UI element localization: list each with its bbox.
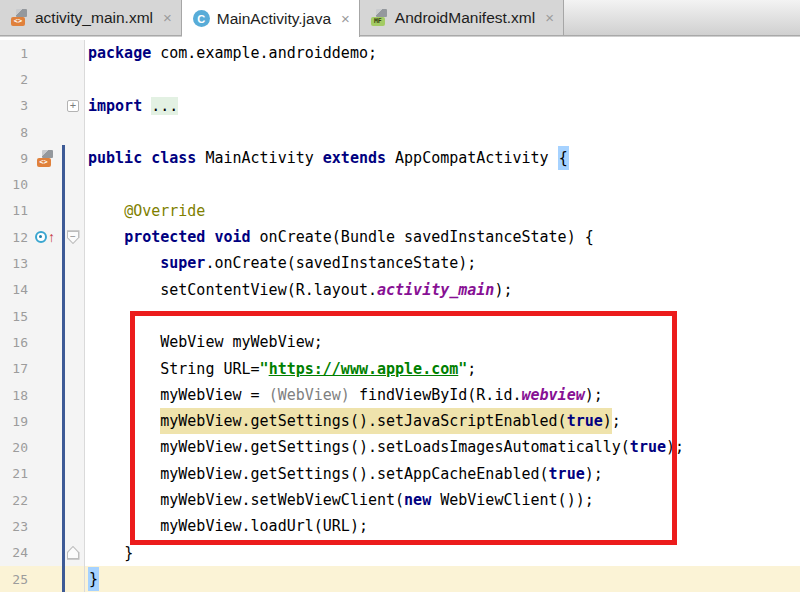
- code-line-3: 3+import ...: [0, 93, 800, 119]
- code-segment: {: [558, 146, 569, 170]
- gutter-icon-slot: [28, 171, 62, 197]
- code-text[interactable]: protected void onCreate(Bundle savedInst…: [84, 224, 594, 250]
- code-editor[interactable]: 1package com.example.androiddemo;23+impo…: [0, 37, 800, 593]
- code-text[interactable]: @Override: [84, 198, 205, 224]
- gutter-separator: [84, 40, 85, 592]
- gutter-icon-slot: [28, 487, 62, 513]
- code-segment: );: [585, 465, 603, 483]
- code-text[interactable]: }: [84, 540, 133, 566]
- tab-mainactivity-java[interactable]: C MainActivity.java ×: [182, 0, 360, 37]
- code-text[interactable]: setContentView(R.layout.activity_main);: [84, 277, 512, 303]
- gutter-icon-slot: [28, 66, 62, 92]
- gutter: 22: [0, 487, 84, 513]
- line-number: 1: [0, 46, 28, 61]
- close-icon[interactable]: ×: [545, 9, 554, 26]
- related-layout-file-icon[interactable]: <>: [37, 150, 54, 167]
- code-text[interactable]: myWebView.loadUrl(URL);: [84, 513, 368, 539]
- code-line-25: 25}: [0, 566, 800, 592]
- code-line-10: 10: [0, 171, 800, 197]
- gutter: 8: [0, 119, 84, 145]
- tab-androidmanifest-xml[interactable]: MF AndroidManifest.xml ×: [360, 0, 564, 36]
- code-segment: (WebView): [269, 386, 350, 404]
- gutter-icon-slot: [28, 408, 62, 434]
- code-segment: myWebView.getSettings().setAppCacheEnabl…: [160, 465, 548, 483]
- code-segment: );: [666, 438, 684, 456]
- gutter-icon-slot: ↑: [28, 224, 62, 250]
- code-line-15: 15: [0, 303, 800, 329]
- code-segment: WebViewClient());: [431, 491, 594, 509]
- tab-label: AndroidManifest.xml: [395, 9, 535, 27]
- gutter: 15: [0, 303, 84, 329]
- code-text[interactable]: WebView myWebView;: [84, 329, 323, 355]
- layout-badge: <>: [11, 17, 25, 26]
- code-line-16: 16 WebView myWebView;: [0, 329, 800, 355]
- file-doc-glyph: [376, 9, 387, 17]
- code-line-14: 14 setContentView(R.layout.activity_main…: [0, 277, 800, 303]
- code-segment: );: [585, 386, 603, 404]
- code-text[interactable]: public class MainActivity extends AppCom…: [84, 145, 569, 171]
- code-segment: .onCreate(savedInstanceState);: [205, 254, 476, 272]
- vcs-modified-bar: [62, 145, 65, 592]
- code-segment: true: [549, 465, 585, 483]
- code-segment: findViewById(R.id.: [350, 386, 522, 404]
- code-text[interactable]: myWebView.getSettings().setLoadsImagesAu…: [84, 434, 684, 460]
- code-segment: }: [124, 544, 133, 562]
- code-segment: myWebView.getSettings().setJavaScriptEna…: [160, 408, 566, 434]
- gutter-icon-slot: [28, 566, 62, 592]
- code-line-11: 11 @Override: [0, 198, 800, 224]
- code-text[interactable]: myWebView = (WebView) findViewById(R.id.…: [84, 382, 603, 408]
- close-icon[interactable]: ×: [163, 9, 172, 26]
- code-segment: class: [151, 149, 196, 167]
- code-line-12: 12↑− protected void onCreate(Bundle save…: [0, 224, 800, 250]
- code-segment: WebView myWebView;: [160, 333, 323, 351]
- code-line-24: 24 }: [0, 540, 800, 566]
- code-segment: new: [404, 491, 431, 509]
- gutter: 2: [0, 66, 84, 92]
- gutter: 21: [0, 461, 84, 487]
- fold-end-icon[interactable]: [67, 546, 80, 560]
- code-text[interactable]: super.onCreate(savedInstanceState);: [84, 250, 476, 276]
- code-line-17: 17 String URL="https://www.apple.com";: [0, 356, 800, 382]
- code-text[interactable]: String URL="https://www.apple.com";: [84, 356, 476, 382]
- code-text[interactable]: myWebView.setWebViewClient(new WebViewCl…: [84, 487, 594, 513]
- code-line-8: 8: [0, 119, 800, 145]
- code-segment: public: [88, 149, 142, 167]
- fold-slot: −: [62, 230, 84, 244]
- gutter: 20: [0, 434, 84, 460]
- line-number: 18: [0, 388, 28, 403]
- code-segment: activity_main: [377, 281, 494, 299]
- code-segment: setContentView(R.layout.: [160, 281, 377, 299]
- gutter-icon-slot: [28, 119, 62, 145]
- line-number: 21: [0, 466, 28, 481]
- fold-expand-icon[interactable]: +: [67, 100, 79, 112]
- gutter: 11: [0, 198, 84, 224]
- fold-collapse-icon[interactable]: −: [67, 230, 80, 244]
- gutter-icon-slot: [28, 250, 62, 276]
- code-segment: ;: [612, 412, 621, 430]
- code-segment: ): [603, 408, 612, 434]
- tab-label: MainActivity.java: [217, 10, 331, 28]
- tab-label: activity_main.xml: [35, 9, 153, 27]
- gutter: 18: [0, 382, 84, 408]
- line-number: 13: [0, 256, 28, 271]
- gutter-icon-slot: [28, 40, 62, 66]
- tab-activity-main-xml[interactable]: <> activity_main.xml ×: [0, 0, 182, 36]
- gutter: 12↑−: [0, 224, 84, 250]
- line-number: 9: [0, 151, 28, 166]
- code-text[interactable]: import ...: [84, 93, 178, 119]
- code-text[interactable]: }: [84, 566, 99, 592]
- code-text[interactable]: package com.example.androiddemo;: [84, 40, 377, 66]
- code-text[interactable]: myWebView.getSettings().setAppCacheEnabl…: [84, 461, 603, 487]
- code-text[interactable]: myWebView.getSettings().setJavaScriptEna…: [84, 408, 621, 434]
- line-number: 16: [0, 335, 28, 350]
- overriding-method-icon[interactable]: [35, 231, 47, 243]
- close-icon[interactable]: ×: [341, 10, 350, 27]
- code-segment: https://www.apple.com: [269, 360, 459, 378]
- gutter-icon-slot: [28, 461, 62, 487]
- code-segment: ": [458, 360, 467, 378]
- code-segment: myWebView.setWebViewClient(: [160, 491, 404, 509]
- line-number: 15: [0, 309, 28, 324]
- code-segment: import: [88, 97, 142, 115]
- gutter: 9<>: [0, 145, 84, 171]
- code-segment: [142, 97, 151, 115]
